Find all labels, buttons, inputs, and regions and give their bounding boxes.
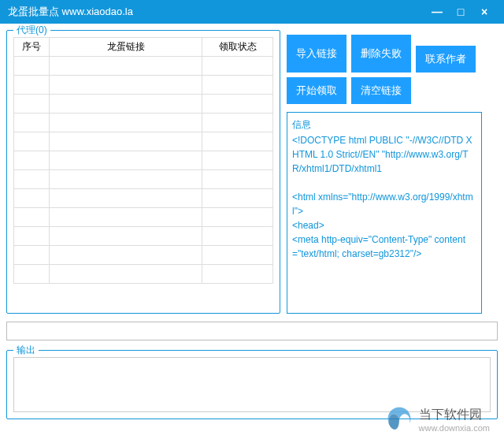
- right-panel: 导入链接 删除失败 联系作者 开始领取 清空链接 信息 <!DOCTYPE ht…: [287, 30, 482, 314]
- import-links-button[interactable]: 导入链接: [287, 35, 346, 73]
- output-legend: 输出: [13, 344, 39, 357]
- col-status[interactable]: 领取状态: [202, 38, 273, 57]
- text-input[interactable]: [6, 322, 498, 340]
- output-panel: 输出: [6, 350, 498, 419]
- table-row[interactable]: [14, 170, 273, 189]
- delete-failed-button[interactable]: 删除失败: [351, 35, 411, 73]
- proxy-panel: 代理(0) 序号 龙蛋链接 领取状态: [6, 30, 280, 314]
- table-row[interactable]: [14, 189, 273, 208]
- window-title: 龙蛋批量点 www.xiaodao.la: [8, 5, 425, 19]
- input-row: [6, 322, 498, 340]
- maximize-button[interactable]: □: [449, 6, 472, 18]
- close-button[interactable]: ×: [472, 6, 496, 18]
- table-row[interactable]: [14, 113, 273, 132]
- titlebar: 龙蛋批量点 www.xiaodao.la — □ ×: [0, 0, 504, 24]
- start-claim-button[interactable]: 开始领取: [287, 77, 346, 104]
- col-link[interactable]: 龙蛋链接: [49, 38, 202, 57]
- output-textarea[interactable]: [13, 357, 491, 412]
- button-group: 导入链接 删除失败 联系作者 开始领取 清空链接: [287, 30, 482, 112]
- table-row[interactable]: [14, 76, 273, 95]
- table-row[interactable]: [14, 208, 273, 227]
- info-label: 信息: [292, 117, 476, 132]
- clear-links-button[interactable]: 清空链接: [351, 77, 411, 104]
- table-row[interactable]: [14, 57, 273, 76]
- table-row[interactable]: [14, 265, 273, 284]
- info-box: 信息 <!DOCTYPE html PUBLIC "-//W3C//DTD XH…: [287, 112, 482, 314]
- proxy-legend: 代理(0): [13, 24, 50, 37]
- info-content: <!DOCTYPE html PUBLIC "-//W3C//DTD XHTML…: [292, 133, 476, 261]
- table-row[interactable]: [14, 95, 273, 113]
- table-row[interactable]: [14, 132, 273, 151]
- table-row[interactable]: [14, 227, 273, 246]
- table-row[interactable]: [14, 246, 273, 265]
- minimize-button[interactable]: —: [425, 6, 449, 18]
- proxy-table[interactable]: 序号 龙蛋链接 领取状态: [13, 37, 273, 284]
- table-row[interactable]: [14, 151, 273, 170]
- col-index[interactable]: 序号: [14, 38, 50, 57]
- contact-author-button[interactable]: 联系作者: [416, 46, 476, 73]
